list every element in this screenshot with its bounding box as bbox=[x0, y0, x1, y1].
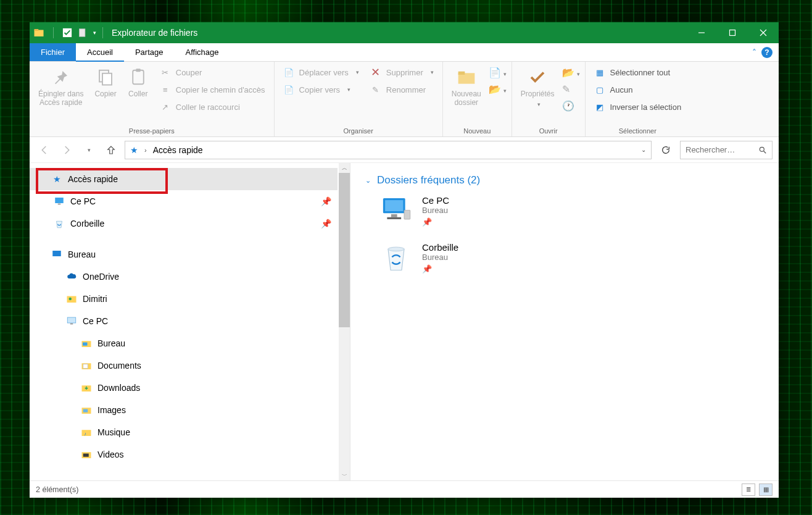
qat-dropdown-icon[interactable]: ▾ bbox=[93, 30, 96, 36]
computer-large-icon bbox=[380, 195, 412, 227]
delete-button[interactable]: ✕ Supprimer▾ bbox=[367, 64, 437, 80]
easy-access-dropdown-icon[interactable]: 📂▾ bbox=[489, 83, 507, 95]
body: ︿ ﹀ ★ Accès rapide Ce PC 📌 bbox=[30, 163, 779, 480]
qat-checkbox-icon[interactable] bbox=[62, 28, 72, 38]
copy-button[interactable]: Copier bbox=[91, 64, 120, 101]
ribbon-group-clipboard: Épingler dans Accès rapide Copier Coller… bbox=[30, 62, 275, 136]
select-all-button[interactable]: ▦ Sélectionner tout bbox=[590, 64, 686, 80]
up-button[interactable] bbox=[102, 141, 120, 159]
open-dropdown-icon[interactable]: 📂▾ bbox=[562, 67, 580, 78]
tree-quick-access[interactable]: ★ Accès rapide bbox=[30, 168, 338, 190]
svg-rect-21 bbox=[67, 317, 76, 323]
frequent-folders-header[interactable]: ⌄ Dossiers fréquents (2) bbox=[365, 174, 764, 186]
select-all-icon: ▦ bbox=[594, 67, 605, 78]
check-icon bbox=[527, 67, 548, 88]
frequent-item-this-pc[interactable]: Ce PC Bureau 📌 bbox=[380, 195, 764, 227]
scissors-icon: ✂ bbox=[160, 67, 171, 78]
tree-this-pc[interactable]: Ce PC bbox=[30, 310, 338, 332]
tree-folder-downloads[interactable]: Downloads bbox=[30, 377, 338, 399]
item-title: Ce PC bbox=[422, 195, 449, 206]
svg-rect-19 bbox=[67, 296, 77, 303]
select-none-icon: ▢ bbox=[594, 84, 605, 95]
minimize-button[interactable] bbox=[686, 22, 717, 43]
new-folder-button[interactable]: Nouveau dossier bbox=[448, 64, 485, 110]
back-button[interactable] bbox=[36, 141, 53, 159]
scroll-up-arrow[interactable]: ︿ bbox=[339, 163, 350, 173]
pin-indicator-icon: 📌 bbox=[422, 217, 432, 227]
collapse-ribbon-icon[interactable]: ˄ bbox=[752, 48, 756, 57]
path-icon: ≡ bbox=[160, 84, 171, 95]
tree-label: Bureau bbox=[97, 338, 125, 348]
select-none-button[interactable]: ▢ Aucun bbox=[590, 82, 686, 98]
item-count-label: 2 élément(s) bbox=[36, 485, 78, 494]
tree-onedrive[interactable]: OneDrive bbox=[30, 266, 338, 288]
invert-selection-button[interactable]: ◩ Inverser la sélection bbox=[590, 99, 686, 115]
svg-rect-36 bbox=[391, 214, 397, 217]
paste-button[interactable]: Coller bbox=[124, 64, 152, 101]
tree-this-pc-pinned[interactable]: Ce PC 📌 bbox=[30, 190, 338, 212]
address-dropdown-icon[interactable]: ⌄ bbox=[641, 146, 646, 153]
search-input[interactable]: Rechercher… bbox=[680, 141, 773, 159]
tree-folder-images[interactable]: Images bbox=[30, 399, 338, 421]
paste-shortcut-button[interactable]: ↗ Coller le raccourci bbox=[156, 99, 269, 115]
view-details-button[interactable]: ≣ bbox=[742, 484, 755, 496]
pin-indicator-icon: 📌 bbox=[321, 219, 331, 228]
refresh-button[interactable] bbox=[657, 141, 675, 159]
cut-button[interactable]: ✂ Couper bbox=[156, 64, 269, 80]
svg-rect-9 bbox=[102, 73, 112, 85]
close-button[interactable] bbox=[748, 22, 779, 43]
tree-folder-documents[interactable]: Documents bbox=[30, 354, 338, 377]
ribbon-group-organize: 📄 Déplacer vers▾ 📄 Copier vers▾ ✕ Suppri… bbox=[275, 62, 443, 136]
svg-rect-30 bbox=[82, 430, 91, 436]
scroll-down-arrow[interactable]: ﹀ bbox=[339, 471, 350, 480]
qat-document-icon[interactable] bbox=[78, 28, 87, 38]
rename-button[interactable]: ✎ Renommer bbox=[367, 82, 437, 98]
copy-to-button[interactable]: 📄 Copier vers▾ bbox=[280, 82, 363, 98]
maximize-button[interactable] bbox=[717, 22, 748, 43]
svg-point-20 bbox=[69, 298, 72, 301]
pin-quick-access-button[interactable]: Épingler dans Accès rapide bbox=[35, 64, 87, 110]
new-item-dropdown-icon[interactable]: 📄▾ bbox=[489, 67, 507, 78]
move-to-icon: 📄 bbox=[283, 67, 294, 78]
svg-rect-13 bbox=[458, 72, 465, 75]
desktop-icon bbox=[51, 248, 63, 261]
group-label-new: Nouveau bbox=[448, 125, 507, 136]
tree-desktop[interactable]: Bureau bbox=[30, 243, 338, 266]
svg-rect-29 bbox=[83, 409, 88, 412]
recent-locations-button[interactable]: ▾ bbox=[80, 141, 97, 159]
copy-path-button[interactable]: ≡ Copier le chemin d'accès bbox=[156, 82, 269, 98]
tree-folder-videos[interactable]: Videos bbox=[30, 443, 338, 466]
pin-indicator-icon: 📌 bbox=[321, 196, 331, 206]
svg-rect-37 bbox=[387, 217, 401, 219]
copy-to-icon: 📄 bbox=[283, 84, 294, 95]
tree-user[interactable]: Dimitri bbox=[30, 288, 338, 310]
svg-point-14 bbox=[760, 147, 764, 151]
tab-file[interactable]: Fichier bbox=[30, 43, 76, 61]
tree-folder-music[interactable]: ♪ Musique bbox=[30, 421, 338, 443]
tree-recycle-bin-pinned[interactable]: Corbeille 📌 bbox=[30, 212, 338, 235]
move-to-button[interactable]: 📄 Déplacer vers▾ bbox=[280, 64, 363, 80]
history-icon[interactable]: 🕐 bbox=[562, 100, 580, 112]
forward-button[interactable] bbox=[58, 141, 75, 159]
tab-home[interactable]: Accueil bbox=[76, 43, 124, 62]
nav-bar: ▾ ★ › Accès rapide ⌄ Rechercher… bbox=[30, 137, 779, 163]
svg-rect-17 bbox=[58, 204, 61, 205]
frequent-item-recycle-bin[interactable]: Corbeille Bureau 📌 bbox=[380, 242, 764, 274]
address-bar[interactable]: ★ › Accès rapide ⌄ bbox=[125, 141, 652, 159]
help-button[interactable]: ? bbox=[761, 47, 773, 58]
tree-folder-desktop[interactable]: Bureau bbox=[30, 332, 338, 354]
folder-icon bbox=[80, 337, 93, 350]
edit-icon[interactable]: ✎ bbox=[562, 83, 580, 95]
svg-rect-38 bbox=[404, 210, 410, 219]
view-icons-button[interactable]: ▦ bbox=[759, 484, 773, 496]
status-bar: 2 élément(s) ≣ ▦ bbox=[30, 480, 779, 498]
pin-indicator-icon: 📌 bbox=[422, 264, 432, 274]
tree-scrollbar-thumb[interactable] bbox=[339, 173, 350, 327]
ribbon-group-select: ▦ Sélectionner tout ▢ Aucun ◩ Inverser l… bbox=[586, 62, 690, 136]
tab-view[interactable]: Affichage bbox=[174, 43, 230, 61]
folder-icon: ♪ bbox=[80, 426, 93, 438]
properties-button[interactable]: Propriétés▾ bbox=[517, 64, 558, 110]
folder-icon bbox=[80, 404, 93, 416]
tab-share[interactable]: Partage bbox=[124, 43, 175, 61]
breadcrumb-location[interactable]: Accès rapide bbox=[153, 145, 203, 155]
